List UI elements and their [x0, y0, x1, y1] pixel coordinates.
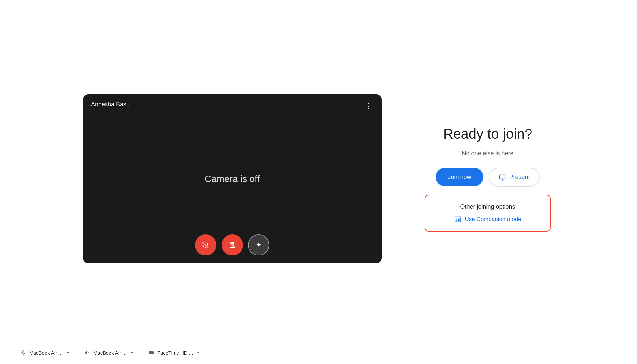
camera-icon	[148, 349, 155, 356]
ai-effects-button[interactable]: ✦	[248, 234, 269, 255]
user-name-label: Annesha Basu	[91, 101, 130, 108]
companion-mode-link[interactable]: Use Companion mode	[454, 216, 521, 223]
join-buttons-row: Join now Present	[436, 168, 539, 187]
mute-mic-button[interactable]	[195, 234, 216, 255]
camera-device-name: FaceTime HD ...	[157, 350, 193, 356]
camera-chevron-down-icon	[196, 350, 201, 355]
mic-device-name: MacBook Air ...	[29, 350, 63, 356]
video-more-options-button[interactable]	[362, 100, 375, 113]
sparkle-icon: ✦	[256, 241, 262, 249]
vertical-dots-icon	[368, 103, 369, 109]
speaker-chevron-down-icon	[129, 350, 135, 355]
other-joining-options-box: Other joining options Use Companion mode	[425, 195, 551, 232]
join-now-button[interactable]: Join now	[436, 168, 483, 186]
speaker-icon	[84, 349, 91, 356]
video-controls-bar: ✦	[195, 234, 269, 255]
present-button[interactable]: Present	[489, 168, 540, 187]
video-preview: Annesha Basu Camera is off ✦	[83, 94, 382, 263]
other-options-title: Other joining options	[460, 203, 515, 210]
ready-to-join-title: Ready to join?	[443, 126, 532, 142]
device-bar: MacBook Air ... MacBook Air ... FaceTime…	[0, 344, 637, 364]
companion-mode-label: Use Companion mode	[465, 216, 521, 223]
toggle-camera-button[interactable]	[222, 234, 243, 255]
camera-off-label: Camera is off	[205, 174, 260, 184]
mic-chevron-down-icon	[65, 350, 71, 355]
speaker-device-selector[interactable]: MacBook Air ...	[84, 349, 135, 356]
present-icon	[499, 174, 506, 181]
no-one-here-text: No one else is here	[462, 150, 513, 157]
microphone-icon	[20, 349, 27, 356]
microphone-device-selector[interactable]: MacBook Air ...	[20, 349, 71, 356]
camera-off-icon	[228, 241, 236, 249]
speaker-device-name: MacBook Air ...	[93, 350, 127, 356]
camera-device-selector[interactable]: FaceTime HD ...	[148, 349, 201, 356]
join-panel: Ready to join? No one else is here Join …	[421, 126, 554, 232]
present-label: Present	[509, 174, 530, 181]
companion-mode-icon	[454, 216, 461, 223]
mic-off-icon	[202, 241, 210, 249]
